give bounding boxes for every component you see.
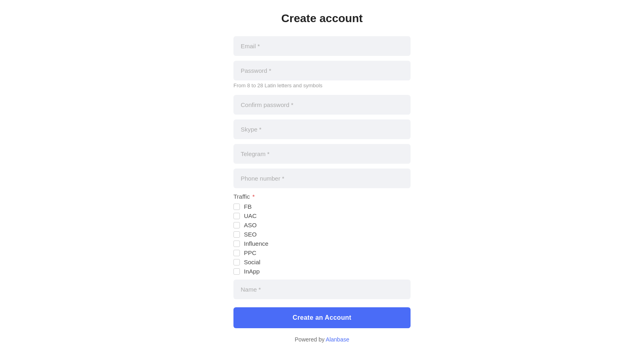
traffic-checkbox-inapp[interactable] bbox=[233, 268, 240, 275]
list-item: PPC bbox=[233, 249, 411, 256]
traffic-checkbox-ppc[interactable] bbox=[233, 250, 240, 256]
traffic-checkbox-seo[interactable] bbox=[233, 231, 240, 238]
registration-form: From 8 to 28 Latin letters and symbols T… bbox=[233, 36, 411, 328]
traffic-label-seo[interactable]: SEO bbox=[244, 231, 257, 238]
traffic-label-influence[interactable]: Influence bbox=[244, 240, 268, 247]
password-hint: From 8 to 28 Latin letters and symbols bbox=[233, 82, 411, 88]
name-field-wrapper bbox=[233, 280, 411, 299]
list-item: InApp bbox=[233, 268, 411, 275]
list-item: FB bbox=[233, 203, 411, 210]
traffic-label-fb[interactable]: FB bbox=[244, 203, 252, 210]
traffic-section: Traffic * FB UAC ASO SEO Influence bbox=[233, 193, 411, 275]
password-input[interactable] bbox=[233, 61, 411, 80]
confirm-password-field-wrapper bbox=[233, 95, 411, 115]
footer-powered-by: Powered by Alanbase bbox=[295, 336, 349, 343]
name-input[interactable] bbox=[233, 280, 411, 299]
page-title: Create account bbox=[281, 12, 363, 25]
traffic-checkbox-uac[interactable] bbox=[233, 213, 240, 219]
telegram-field-wrapper bbox=[233, 144, 411, 164]
skype-field-wrapper bbox=[233, 119, 411, 139]
traffic-label: Traffic * bbox=[233, 193, 411, 200]
traffic-checkbox-social[interactable] bbox=[233, 259, 240, 265]
traffic-label-social[interactable]: Social bbox=[244, 259, 260, 265]
list-item: Influence bbox=[233, 240, 411, 247]
phone-field-wrapper bbox=[233, 169, 411, 188]
confirm-password-input[interactable] bbox=[233, 95, 411, 115]
skype-input[interactable] bbox=[233, 119, 411, 139]
list-item: Social bbox=[233, 259, 411, 265]
traffic-checkbox-group: FB UAC ASO SEO Influence PPC bbox=[233, 203, 411, 275]
email-field-wrapper bbox=[233, 36, 411, 56]
email-input[interactable] bbox=[233, 36, 411, 56]
list-item: SEO bbox=[233, 231, 411, 238]
traffic-checkbox-fb[interactable] bbox=[233, 204, 240, 210]
traffic-label-uac[interactable]: UAC bbox=[244, 212, 257, 219]
traffic-checkbox-aso[interactable] bbox=[233, 222, 240, 228]
phone-input[interactable] bbox=[233, 169, 411, 188]
traffic-label-inapp[interactable]: InApp bbox=[244, 268, 260, 275]
brand-link[interactable]: Alanbase bbox=[326, 336, 349, 343]
traffic-checkbox-influence[interactable] bbox=[233, 241, 240, 247]
create-account-button[interactable]: Create an Account bbox=[233, 307, 411, 328]
traffic-required-star: * bbox=[251, 193, 255, 200]
list-item: ASO bbox=[233, 222, 411, 228]
list-item: UAC bbox=[233, 212, 411, 219]
traffic-label-ppc[interactable]: PPC bbox=[244, 249, 256, 256]
traffic-label-aso[interactable]: ASO bbox=[244, 222, 257, 228]
password-field-wrapper: From 8 to 28 Latin letters and symbols bbox=[233, 61, 411, 90]
telegram-input[interactable] bbox=[233, 144, 411, 164]
